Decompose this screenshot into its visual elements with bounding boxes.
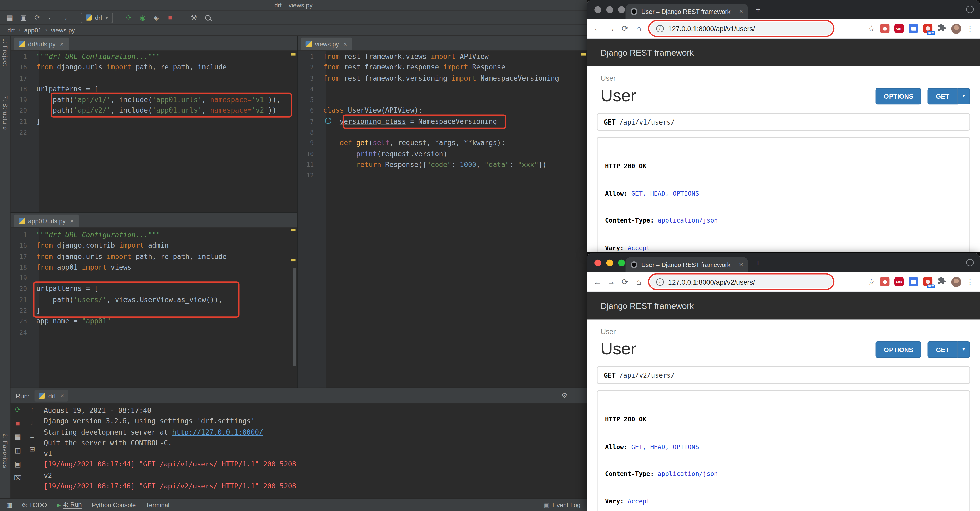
code-line[interactable]: 11 return Response({"code": 1000, "data"… <box>298 159 587 170</box>
statusbar-todo[interactable]: 6: TODO <box>22 501 47 508</box>
code-line[interactable]: 12 <box>298 170 587 181</box>
sidebar-item-project[interactable]: 1: Project <box>2 38 9 66</box>
close-icon[interactable]: × <box>60 40 64 47</box>
code-line[interactable]: 22 <box>11 127 297 138</box>
code-line[interactable]: 1from rest_framework.views import APIVie… <box>298 51 587 62</box>
tab-views[interactable]: views.py × <box>301 38 352 50</box>
sidebar-item-structure[interactable]: 7: Structure <box>2 96 9 130</box>
home-icon[interactable]: ⌂ <box>635 277 643 286</box>
drf-breadcrumb[interactable]: User <box>587 66 980 84</box>
new-tab-button[interactable]: + <box>756 258 760 268</box>
close-icon[interactable]: × <box>343 40 347 47</box>
code-line[interactable]: 16from django.contrib import admin <box>11 240 297 251</box>
close-tab-icon[interactable]: × <box>739 261 743 268</box>
extension-icon[interactable]: New <box>923 24 932 33</box>
run-console[interactable]: August 19, 2021 - 08:17:40Django version… <box>44 405 583 497</box>
minimize-icon[interactable]: — <box>575 391 582 400</box>
breadcrumb-app01[interactable]: app01 <box>24 27 42 34</box>
chrome-menu-icon[interactable]: ⋮ <box>966 277 974 286</box>
avatar[interactable] <box>951 24 961 34</box>
extension-icon[interactable] <box>909 277 918 286</box>
softwrap-icon[interactable]: ⊞ <box>29 445 35 454</box>
stripe-warning-mark[interactable] <box>291 53 296 56</box>
get-dropdown-button[interactable]: ▾ <box>958 88 970 104</box>
stop-icon[interactable]: ■ <box>16 420 20 427</box>
options-button[interactable]: OPTIONS <box>876 88 921 104</box>
clear-icon[interactable]: ⌧ <box>14 474 22 482</box>
adblock-extension-icon[interactable]: ABP <box>894 24 904 33</box>
open-icon[interactable]: ▤ <box>6 14 14 21</box>
run-config-selector[interactable]: drf ▾ <box>81 12 113 23</box>
grid-icon[interactable]: ▦ <box>14 433 21 441</box>
list-icon[interactable]: ≡ <box>30 432 34 440</box>
back-icon[interactable]: ← <box>593 277 602 286</box>
address-bar[interactable]: i 127.0.0.1:8000/api/v2/users/ <box>650 275 832 288</box>
statusbar-python-console[interactable]: Python Console <box>92 501 136 508</box>
code-area[interactable]: 1"""drf URL Configuration..."""16from dj… <box>11 51 297 212</box>
code-area[interactable]: 1from rest_framework.views import APIVie… <box>298 51 587 388</box>
reload-icon[interactable]: ⟳ <box>620 24 629 33</box>
drf-brand-link[interactable]: Django REST framework <box>601 48 694 57</box>
statusbar-run[interactable]: ▶ 4: Run <box>57 501 82 509</box>
close-window-button[interactable] <box>594 260 601 267</box>
forward-icon[interactable]: → <box>60 14 69 21</box>
scrollbar-thumb[interactable] <box>293 268 296 367</box>
reload-icon[interactable]: ⟳ <box>620 277 629 286</box>
minimize-window-button[interactable] <box>606 6 613 13</box>
statusbar-event-log[interactable]: ▣ Event Log <box>544 501 581 508</box>
get-button[interactable]: GET <box>928 341 957 358</box>
code-line[interactable]: 5 <box>298 95 587 105</box>
browser-tab[interactable]: User – Django REST framework × <box>626 257 748 272</box>
close-window-button[interactable] <box>594 6 601 13</box>
debug-icon[interactable]: ◉ <box>138 14 147 21</box>
extension-icon[interactable] <box>880 24 889 33</box>
profile-sync-icon[interactable] <box>966 259 974 266</box>
address-bar[interactable]: i 127.0.0.1:8000/api/v1/users/ <box>650 22 832 35</box>
up-icon[interactable]: ↑ <box>30 406 34 413</box>
puzzle-extensions-icon[interactable] <box>937 276 946 287</box>
code-line[interactable]: 2from rest_framework.response import Res… <box>298 62 587 73</box>
search-icon[interactable] <box>204 14 212 20</box>
code-line[interactable]: 24 <box>11 327 297 338</box>
code-line[interactable]: 9 def get(self, request, *args, **kwargs… <box>298 138 587 149</box>
statusbar-terminal[interactable]: Terminal <box>146 501 169 508</box>
forward-icon[interactable]: → <box>607 277 616 286</box>
chrome-menu-icon[interactable]: ⋮ <box>966 24 974 33</box>
drf-brand-link[interactable]: Django REST framework <box>601 301 694 310</box>
code-line[interactable]: 10 print(request.version) <box>298 149 587 159</box>
extension-icon[interactable]: New <box>923 277 932 286</box>
override-gutter-icon[interactable]: ↑ <box>325 118 331 124</box>
tab-app01-urls[interactable]: app01/urls.py × <box>14 215 79 227</box>
print-icon[interactable]: ▣ <box>14 460 21 469</box>
stripe-warning-mark[interactable] <box>291 259 296 261</box>
code-line[interactable]: 17 <box>11 73 297 84</box>
code-line[interactable]: 17from django.urls import path, re_path,… <box>11 251 297 262</box>
options-button[interactable]: OPTIONS <box>876 341 921 358</box>
puzzle-extensions-icon[interactable] <box>937 23 946 34</box>
zoom-window-button[interactable] <box>618 6 625 13</box>
code-line[interactable]: 16from django.urls import path, re_path,… <box>11 62 297 73</box>
close-tab-icon[interactable]: × <box>739 7 743 15</box>
extension-icon[interactable] <box>909 24 918 33</box>
breadcrumb-drf[interactable]: drf <box>7 27 15 34</box>
zoom-window-button[interactable] <box>618 260 625 267</box>
code-line[interactable]: 21] <box>11 116 297 127</box>
forward-icon[interactable]: → <box>607 24 616 33</box>
stop-icon[interactable]: ■ <box>166 14 174 21</box>
avatar[interactable] <box>951 277 961 287</box>
down-icon[interactable]: ↓ <box>30 419 34 426</box>
bookmark-star-icon[interactable]: ☆ <box>868 277 875 286</box>
code-line[interactable]: 1"""drf URL Configuration...""" <box>11 51 297 62</box>
back-icon[interactable]: ← <box>593 24 602 33</box>
get-dropdown-button[interactable]: ▾ <box>958 341 970 358</box>
rerun-icon[interactable]: ⟳ <box>125 14 133 21</box>
rerun-icon[interactable]: ⟳ <box>15 406 21 414</box>
site-info-icon[interactable]: i <box>656 278 663 286</box>
extension-icon[interactable] <box>880 277 889 286</box>
run-tab-drf[interactable]: drf × <box>35 390 68 401</box>
home-icon[interactable]: ⌂ <box>635 24 643 33</box>
console-link[interactable]: http://127.0.0.1:8000/ <box>172 428 263 436</box>
minimize-window-button[interactable] <box>606 260 613 267</box>
stripe-warning-mark[interactable] <box>581 53 585 56</box>
close-icon[interactable]: × <box>60 392 64 399</box>
